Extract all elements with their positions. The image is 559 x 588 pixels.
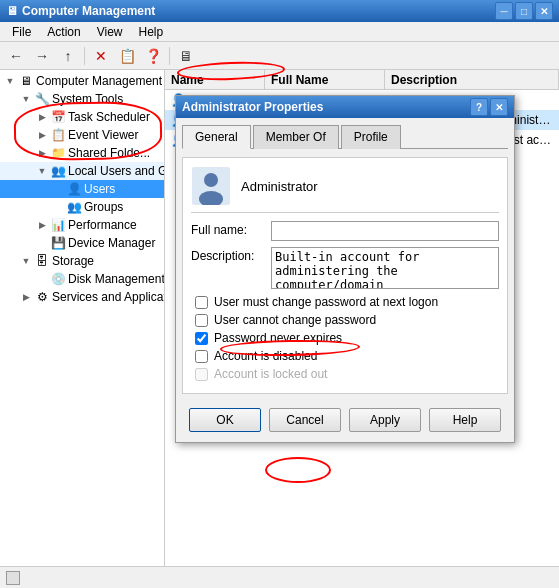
tree-label: Computer Management (Local <box>36 74 165 88</box>
expand-icon: ▶ <box>34 127 50 143</box>
admin-avatar <box>191 166 231 206</box>
tree-label: Task Scheduler <box>68 110 150 124</box>
tree-item-storage[interactable]: ▼ 🗄 Storage <box>0 252 164 270</box>
tree-item-services-applications[interactable]: ▶ ⚙ Services and Applications <box>0 288 164 306</box>
computer-icon: 🖥 <box>18 73 34 89</box>
maximize-button[interactable]: □ <box>515 2 533 20</box>
fullname-row: Full name: <box>191 221 499 241</box>
shared-folder-icon: 📁 <box>50 145 66 161</box>
expand-icon: ▶ <box>34 109 50 125</box>
storage-icon: 🗄 <box>34 253 50 269</box>
apply-button[interactable]: Apply <box>349 408 421 432</box>
dialog-title-controls: ? ✕ <box>470 98 508 116</box>
must-change-label: User must change password at next logon <box>214 295 438 309</box>
title-bar-icon: 🖥 <box>6 4 18 18</box>
never-expires-checkbox[interactable] <box>195 332 208 345</box>
toolbar: ← → ↑ ✕ 📋 ❓ 🖥 <box>0 42 559 70</box>
admin-username: Administrator <box>241 179 318 194</box>
back-button[interactable]: ← <box>4 45 28 67</box>
cannot-change-checkbox[interactable] <box>195 314 208 327</box>
tree-label: Performance <box>68 218 137 232</box>
admin-header: Administrator <box>191 166 499 213</box>
tab-member-of[interactable]: Member Of <box>253 125 339 149</box>
properties-button[interactable]: 📋 <box>115 45 139 67</box>
menu-help[interactable]: Help <box>131 22 172 41</box>
ok-button[interactable]: OK <box>189 408 261 432</box>
up-button[interactable]: ↑ <box>56 45 80 67</box>
event-viewer-icon: 📋 <box>50 127 66 143</box>
cannot-change-label: User cannot change password <box>214 313 376 327</box>
dialog-body: General Member Of Profile Ad <box>176 118 514 442</box>
tree-item-disk-management[interactable]: 💿 Disk Management <box>0 270 164 288</box>
administrator-properties-dialog: Administrator Properties ? ✕ General Mem… <box>175 95 515 443</box>
close-button[interactable]: ✕ <box>535 2 553 20</box>
account-disabled-checkbox[interactable] <box>195 350 208 363</box>
tree-item-performance[interactable]: ▶ 📊 Performance <box>0 216 164 234</box>
dialog-title-bar: Administrator Properties ? ✕ <box>176 96 514 118</box>
tree-label: Users <box>84 182 115 196</box>
tab-general[interactable]: General <box>182 125 251 149</box>
tree-label: Storage <box>52 254 94 268</box>
fullname-input[interactable] <box>271 221 499 241</box>
tree-label: System Tools <box>52 92 123 106</box>
disk-mgmt-icon: 💿 <box>50 271 66 287</box>
tree-item-shared-folders[interactable]: ▶ 📁 Shared Folde... <box>0 144 164 162</box>
expand-icon: ▼ <box>18 91 34 107</box>
svg-point-2 <box>199 191 223 205</box>
dialog-help-button[interactable]: ? <box>470 98 488 116</box>
show-hide-button[interactable]: 🖥 <box>174 45 198 67</box>
list-header: Name Full Name Description <box>165 70 559 90</box>
tree-item-task-scheduler[interactable]: ▶ 📅 Task Scheduler <box>0 108 164 126</box>
scroll-button[interactable] <box>6 571 20 585</box>
fullname-label: Full name: <box>191 221 271 237</box>
tab-profile[interactable]: Profile <box>341 125 401 149</box>
description-label: Description: <box>191 247 271 263</box>
expand-icon <box>50 181 66 197</box>
menu-bar: File Action View Help <box>0 22 559 42</box>
services-icon: ⚙ <box>34 289 50 305</box>
device-manager-icon: 💾 <box>50 235 66 251</box>
tree-item-computer-management[interactable]: ▼ 🖥 Computer Management (Local <box>0 72 164 90</box>
expand-icon: ▼ <box>18 253 34 269</box>
toolbar-sep-2 <box>169 47 170 65</box>
menu-file[interactable]: File <box>4 22 39 41</box>
never-expires-label: Password never expires <box>214 331 342 345</box>
menu-action[interactable]: Action <box>39 22 88 41</box>
description-input[interactable]: Built-in account for administering the c… <box>271 247 499 289</box>
col-header-name: Name <box>165 70 265 89</box>
tree-item-device-manager[interactable]: 💾 Device Manager <box>0 234 164 252</box>
account-disabled-label: Account is disabled <box>214 349 317 363</box>
locked-out-checkbox[interactable] <box>195 368 208 381</box>
tree-item-users[interactable]: 👤 Users <box>0 180 164 198</box>
help-toolbar-button[interactable]: ❓ <box>141 45 165 67</box>
title-bar-controls: ─ □ ✕ <box>495 2 553 20</box>
performance-icon: 📊 <box>50 217 66 233</box>
checkbox-must-change: User must change password at next logon <box>191 295 499 309</box>
forward-button[interactable]: → <box>30 45 54 67</box>
tree-item-local-users-groups[interactable]: ▼ 👥 Local Users and Groups <box>0 162 164 180</box>
minimize-button[interactable]: ─ <box>495 2 513 20</box>
cancel-button[interactable]: Cancel <box>269 408 341 432</box>
tree-label: Local Users and Groups <box>68 164 165 178</box>
menu-view[interactable]: View <box>89 22 131 41</box>
checkbox-cannot-change: User cannot change password <box>191 313 499 327</box>
expand-icon <box>34 271 50 287</box>
expand-icon: ▶ <box>34 217 50 233</box>
must-change-checkbox[interactable] <box>195 296 208 309</box>
tree-label: Disk Management <box>68 272 165 286</box>
dialog-title: Administrator Properties <box>182 100 323 114</box>
tree-item-event-viewer[interactable]: ▶ 📋 Event Viewer <box>0 126 164 144</box>
expand-icon: ▶ <box>18 289 34 305</box>
tree-item-groups[interactable]: 👥 Groups <box>0 198 164 216</box>
help-button[interactable]: Help <box>429 408 501 432</box>
dialog-close-button[interactable]: ✕ <box>490 98 508 116</box>
expand-icon <box>50 199 66 215</box>
users-icon: 👤 <box>66 181 82 197</box>
tree-item-system-tools[interactable]: ▼ 🔧 System Tools <box>0 90 164 108</box>
delete-button[interactable]: ✕ <box>89 45 113 67</box>
expand-icon: ▼ <box>34 163 50 179</box>
checkbox-account-disabled: Account is disabled <box>191 349 499 363</box>
col-header-description: Description <box>385 70 559 89</box>
tree-label: Device Manager <box>68 236 155 250</box>
toolbar-sep-1 <box>84 47 85 65</box>
